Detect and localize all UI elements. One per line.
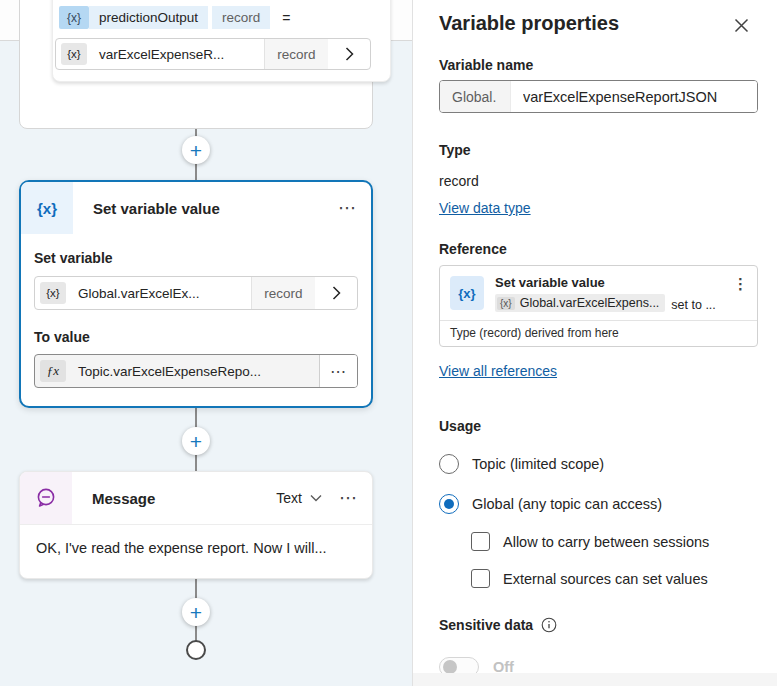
checkbox-unchecked-icon[interactable]	[471, 569, 490, 588]
message-body-text[interactable]: OK, I've read the expense report. Now I …	[20, 524, 372, 571]
variable-name-input[interactable]	[511, 81, 757, 112]
type-label: Type	[439, 142, 758, 158]
usage-option-topic[interactable]: Topic (limited scope)	[439, 454, 758, 474]
info-icon[interactable]	[541, 617, 557, 633]
radio-selected-icon[interactable]	[439, 494, 459, 514]
to-value-formula-input[interactable]: ƒx Topic.varExcelExpenseRepo... ⋯	[34, 354, 358, 388]
set-variable-label: Set variable	[34, 250, 358, 266]
node-header: Message Text ⋯	[20, 472, 372, 524]
variable-type: record	[212, 6, 270, 29]
variable-value-picker[interactable]: {x} varExcelExpenseR... record	[55, 38, 371, 70]
prediction-output-card[interactable]: {x} predictionOutput record = {x} varExc…	[52, 0, 391, 82]
set-variable-value-node[interactable]: {x} Set variable value ⋯ Set variable {x…	[19, 180, 373, 408]
chevron-down-icon[interactable]	[309, 493, 323, 503]
usage-option-label: Global (any topic can access)	[472, 496, 662, 512]
variable-name-field: Global.	[439, 80, 758, 113]
more-options-icon[interactable]: ⋯	[338, 199, 357, 217]
message-node[interactable]: Message Text ⋯ OK, I've read the expense…	[19, 471, 373, 579]
more-vertical-icon[interactable]: ⋮	[733, 276, 748, 291]
radio-unselected-icon[interactable]	[439, 454, 459, 474]
external-sources-option[interactable]: External sources can set values	[471, 569, 758, 588]
close-icon[interactable]	[731, 15, 751, 35]
view-all-references-link[interactable]: View all references	[439, 363, 557, 379]
sensitive-data-label: Sensitive data	[439, 617, 533, 633]
node-title: Set variable value	[93, 200, 220, 217]
view-data-type-link[interactable]: View data type	[439, 200, 531, 216]
variable-chip: {x} Global.varExcelExpens...	[495, 294, 665, 312]
flow-end-node	[186, 640, 206, 660]
variable-assignment-row: {x} predictionOutput record =	[59, 6, 291, 29]
variable-ref-type: record	[251, 277, 315, 309]
type-value: record	[439, 173, 758, 189]
node-title: Message	[92, 490, 155, 507]
variable-ref-type: record	[264, 39, 328, 69]
equals-sign: =	[282, 10, 290, 26]
variable-ref-name: Global.varExcelEx...	[66, 286, 251, 301]
usage-option-label: Topic (limited scope)	[472, 456, 604, 472]
more-options-icon[interactable]: ⋯	[339, 489, 358, 507]
panel-title: Variable properties	[439, 12, 758, 35]
chevron-right-icon[interactable]	[328, 39, 370, 69]
add-node-button[interactable]: +	[182, 427, 210, 455]
checkbox-label: Allow to carry between sessions	[503, 534, 709, 550]
reference-node-title: Set variable value	[495, 275, 716, 291]
chevron-right-icon[interactable]	[315, 277, 357, 309]
reference-footer-note: Type (record) derived from here	[440, 320, 757, 346]
cropped-node-outline[interactable]: {x} predictionOutput record = {x} varExc…	[19, 0, 373, 129]
variable-ref-name: varExcelExpenseR...	[87, 47, 264, 62]
reference-action-text: set to ...	[671, 298, 715, 312]
variable-name: predictionOutput	[89, 6, 208, 29]
carry-between-sessions-option[interactable]: Allow to carry between sessions	[471, 532, 758, 551]
formula-menu-icon[interactable]: ⋯	[319, 355, 357, 387]
variable-icon: {x}	[21, 182, 73, 234]
variable-icon: {x}	[450, 276, 484, 310]
formula-icon: ƒx	[40, 360, 66, 382]
checkbox-label: External sources can set values	[503, 571, 708, 587]
usage-label: Usage	[439, 418, 758, 434]
add-node-button[interactable]: +	[182, 598, 210, 626]
panel-footer-strip	[413, 673, 777, 686]
reference-card[interactable]: {x} Set variable value {x} Global.varExc…	[439, 265, 758, 347]
variable-icon: {x}	[59, 6, 89, 29]
variable-name-label: Variable name	[439, 57, 758, 73]
reference-label: Reference	[439, 241, 758, 257]
message-type-selector[interactable]: Text	[276, 490, 302, 506]
flow-canvas[interactable]: {x} predictionOutput record = {x} varExc…	[0, 0, 412, 686]
variable-properties-panel: Variable properties Variable name Global…	[412, 0, 777, 686]
variable-icon: {x}	[497, 297, 515, 310]
variable-icon: {x}	[40, 282, 66, 304]
variable-icon: {x}	[61, 43, 87, 65]
node-header: {x} Set variable value ⋯	[21, 182, 371, 234]
formula-text: Topic.varExcelExpenseRepo...	[66, 364, 319, 379]
variable-chip-text: Global.varExcelExpens...	[520, 296, 660, 310]
add-node-button[interactable]: +	[182, 136, 210, 164]
message-bubble-icon	[20, 472, 72, 524]
checkbox-unchecked-icon[interactable]	[471, 532, 490, 551]
usage-option-global[interactable]: Global (any topic can access)	[439, 494, 758, 514]
to-value-label: To value	[34, 329, 358, 345]
scope-prefix: Global.	[440, 81, 511, 112]
set-variable-picker[interactable]: {x} Global.varExcelEx... record	[34, 276, 358, 310]
